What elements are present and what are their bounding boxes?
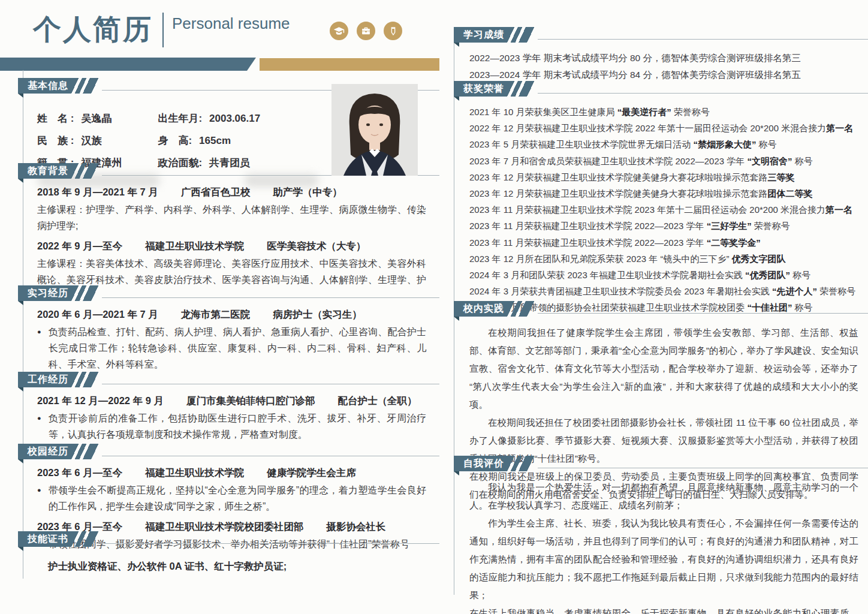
award-text: 2023 年 12 月所在团队和兄弟院系荣获 2023 年 “镜头中的三下乡” [469, 254, 732, 264]
self-eval-body: 我认为我是一个热爱生活，对一切都抱有希望，且愿意接纳新事物、愿意主动学习的一个人… [469, 478, 868, 614]
entry-org: 福建卫生职业技术学院 [145, 467, 244, 478]
award-text: “最美逆行者” [617, 107, 671, 117]
section-badge: 教育背景 [18, 163, 71, 179]
entry-org: 广西省百色卫校 [181, 186, 251, 197]
award-text: 第一名 [826, 123, 853, 133]
info-field-value: 2003.06.17 [209, 113, 260, 124]
award-text: 称号 [790, 270, 810, 280]
badge-stripes [71, 531, 102, 547]
bullet-text: 负责开诊前后的准备工作，包括协助医生进行口腔手术、洗牙、拔牙、补牙、牙周治疗等，… [49, 410, 426, 443]
section-self-eval: 自我评价 我认为我是一个热爱生活，对一切都抱有希望，且愿意接纳新事物、愿意主动学… [454, 456, 868, 614]
badge-stripes [507, 27, 538, 43]
award-text: 2021 年 10 月荣获集美区卫生健康局 [469, 107, 617, 117]
entry-role: 助产学（中专） [273, 186, 342, 197]
award-text: 2023 年 12 月荣获福建卫生职业技术学院健美健身大赛花球啦啦操示范套路 [469, 172, 768, 182]
award-item: 2023 年 12 月所在团队和兄弟院系荣获 2023 年 “镜头中的三下乡” … [469, 251, 858, 267]
section-badge: 校园经历 [18, 444, 71, 459]
award-text: “禁烟形象大使” [693, 139, 756, 149]
award-item: 2023 年 7 月和宿舍成员荣获福建卫生职业技术学院 2022—2023 学年… [469, 153, 858, 169]
skills-text: 护士执业资格证、办公软件 0A 证书、红十字救护员证; [48, 560, 426, 573]
badge-stripes [507, 301, 538, 317]
entry-period: 2023 年 6 月—至今 [37, 467, 122, 478]
award-item: 2023 年 5 月荣获福建卫生职业技术学院世界无烟日活动 “禁烟形象大使” 称… [469, 136, 858, 152]
award-item: 2023 年 11 月荣获福建卫生职业技术学院 2022—2023 学年 “三好… [469, 218, 858, 234]
info-field: 民 族 :汉族 [37, 134, 122, 148]
entry-org: 厦门市集美铂菲特口腔门诊部 [186, 395, 315, 406]
work-body: 2021 年 12 月—2022 年 9 月厦门市集美铂菲特口腔门诊部配台护士（… [37, 395, 439, 443]
entry-heading: 2020 年 6 月—2021 年 7 月龙海市第二医院病房护士（实习生） [37, 308, 426, 321]
award-text: 2023 年 11 月荣获福建卫生职业技术学院 2022—2023 学年 [469, 221, 707, 231]
award-text: “三好学生” [707, 221, 752, 231]
section-grades: 学习成绩 2022—2023 学年 期末考试成绩平均分 80 分，德智体美劳综合… [454, 27, 868, 83]
section-badge: 基本信息 [18, 78, 71, 94]
section-skills: 技能证书 护士执业资格证、办公软件 0A 证书、红十字救护员证; [18, 531, 439, 573]
portrait-photo [331, 84, 418, 176]
award-text: 2023 年 5 月荣获福建卫生职业技术学院世界无烟日活动 [469, 139, 693, 149]
entry-heading: 2021 年 12 月—2022 年 9 月厦门市集美铂菲特口腔门诊部配台护士（… [37, 395, 426, 408]
section-work: 工作经历 2021 年 12 月—2022 年 9 月厦门市集美铂菲特口腔门诊部… [18, 372, 439, 444]
badge-stripes [507, 81, 538, 97]
entry-org: 龙海市第二医院 [181, 309, 251, 320]
badge-stripes [71, 285, 102, 301]
entry-role: 病房护士（实习生） [273, 309, 362, 320]
section-badge: 工作经历 [18, 372, 71, 387]
section-badge: 学习成绩 [454, 27, 507, 43]
internship-body: 2020 年 6 月—2021 年 7 月龙海市第二医院病房护士（实习生）●负责… [37, 308, 439, 372]
bullet-item: ●带领学生会不断提高正规化，坚持以“全心全意为同学服务”的理念，着力塑造学生会良… [37, 482, 426, 514]
bullet-text: 带领学生会不断提高正规化，坚持以“全心全意为同学服务”的理念，着力塑造学生会良好… [49, 482, 426, 514]
awards-body: 2021 年 10 月荣获集美区卫生健康局 “最美逆行者” 荣誉称号2022 年… [469, 104, 868, 316]
award-text: 2024 年 3 月荣获共青团福建卫生职业技术学院委员会 2023 年暑期社会实… [469, 286, 772, 296]
info-field-label: 出生年月: [158, 112, 202, 125]
badge-stripes [71, 444, 102, 459]
grades-body: 2022—2023 学年 期末考试成绩平均分 80 分，德智体美劳综合测评班级排… [469, 50, 868, 83]
section-badge: 实习经历 [18, 285, 71, 301]
info-field-value: 165cm [199, 135, 231, 146]
award-text: “二等奖学金” [707, 237, 761, 248]
award-text: 称号 [792, 156, 812, 166]
award-item: 2024 年 3 月和团队荣获 2023 年福建卫生职业技术学院暑期社会实践 “… [469, 267, 858, 283]
section-awards: 获奖荣誉 2021 年 10 月荣获集美区卫生健康局 “最美逆行者” 荣誉称号2… [454, 81, 868, 316]
entry-role: 配台护士（全职） [337, 395, 417, 406]
award-item: 2023 年 11 月荣获福建卫生职业技术学院 2023 年第十二届田径运动会 … [469, 201, 858, 218]
resume-page: 个人简历 Personal resume 基本信息 [0, 0, 868, 614]
section-badge: 自我评价 [454, 456, 507, 471]
grade-line: 2022—2023 学年 期末考试成绩平均分 80 分，德智体美劳综合测评班级排… [469, 50, 858, 67]
section-rule [538, 313, 868, 314]
section-rule [538, 39, 868, 40]
badge-stripes [71, 78, 102, 94]
award-item: 2021 年 10 月荣获集美区卫生健康局 “最美逆行者” 荣誉称号 [469, 104, 858, 120]
bullet-text: 负责药品检查、打针、配药、病人护理、病人看护、急重病人看护、心里咨询、配合护士长… [49, 324, 426, 372]
section-rule [102, 456, 439, 456]
award-text: 2023 年 7 月和宿舍成员荣获福建卫生职业技术学院 2022—2023 学年 [469, 156, 747, 166]
entry-period: 2021 年 12 月—2022 年 9 月 [37, 395, 164, 406]
award-text: 团体二等奖 [768, 188, 813, 198]
bullet-icon: ● [37, 482, 41, 514]
award-text: 荣誉称号 [752, 221, 790, 231]
award-item: 2023 年 12 月荣获福建卫生职业技术学院健美健身大赛花球啦啦操示范套路团体… [469, 185, 858, 201]
section-rule [538, 468, 868, 468]
award-item: 2023 年 11 月荣获福建卫生职业技术学院 2022—2023 学年 “二等… [469, 234, 858, 251]
award-item: 2022 年 12 月荣获福建卫生职业技术学院 2022 年第十一届田径运动会 … [469, 120, 858, 136]
badge-stripes [71, 163, 102, 179]
right-column: 学习成绩 2022—2023 学年 期末考试成绩平均分 80 分，德智体美劳综合… [453, 0, 868, 614]
info-field-label: 民 族 : [37, 134, 74, 148]
entry-period: 2023 年 6 月—至今 [37, 521, 122, 532]
info-field-label: 身 高: [158, 134, 192, 148]
award-text: 称号 [756, 139, 776, 149]
section-rule [102, 543, 439, 544]
entry-org: 福建卫生职业技术学院校团委社团部 [145, 521, 303, 532]
section-education: 教育背景 2018 年 9 月—2021 年 7 月广西省百色卫校助产学（中专）… [18, 163, 439, 305]
info-field-value: 汉族 [81, 135, 101, 146]
award-text: 荣誉称号 [817, 286, 855, 296]
section-badge: 获奖荣誉 [454, 81, 507, 97]
info-fields-right: 出生年月:2003.06.17身 高:165cm政治面貌:共青团员 [158, 112, 260, 170]
paragraph: 在校期间我担任了健康学院学生会主席团，带领学生会安教部、学习部、生活部、权益部、… [469, 324, 858, 414]
award-text: 2023 年 12 月荣获福建卫生职业技术学院健美健身大赛花球啦啦操示范套路 [469, 188, 768, 198]
entry-role: 医学美容技术（大专） [267, 240, 366, 251]
section-badge: 技能证书 [18, 531, 71, 547]
section-rule [102, 384, 439, 384]
info-field: 姓 名 :吴逸晶 [37, 112, 122, 125]
award-text: 第一名 [825, 204, 852, 215]
bullet-item: ●负责开诊前后的准备工作，包括协助医生进行口腔手术、洗牙、拔牙、补牙、牙周治疗等… [37, 410, 426, 443]
paragraph: 在生活上我做事稳当，考虑事情较周全，乐于探索新事物，具有良好的业务能力和心理素质… [469, 604, 858, 614]
